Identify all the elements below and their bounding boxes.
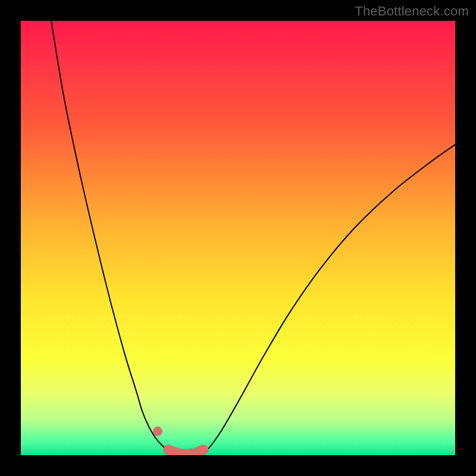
watermark-text: TheBottleneck.com	[355, 4, 469, 19]
gradient-background	[21, 21, 455, 455]
marker-dot	[153, 427, 162, 436]
marker-band	[168, 450, 203, 454]
chart-frame: TheBottleneck.com	[0, 0, 476, 476]
plot-area	[21, 21, 455, 455]
chart-svg	[21, 21, 455, 455]
